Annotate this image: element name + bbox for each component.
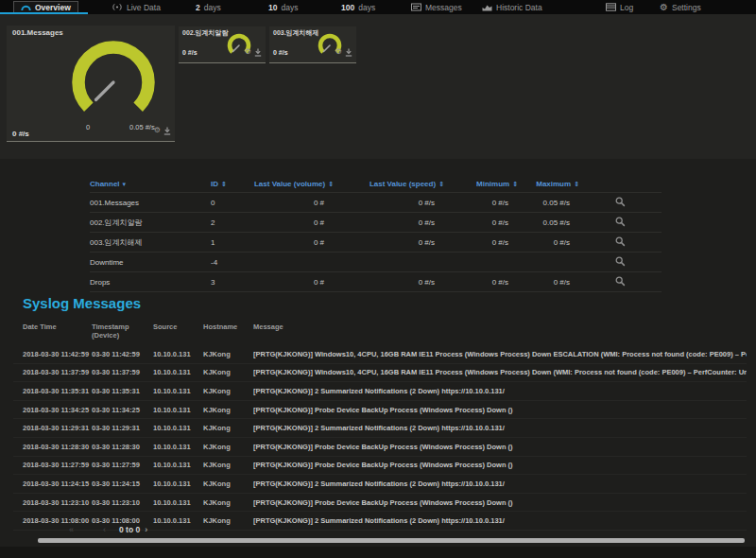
datetime-cell: 2018-03-30 11:27:59 [13,461,92,469]
broadcast-icon [112,3,123,11]
tab-100-days[interactable]: 100 days [341,0,375,14]
magnifier-icon[interactable] [615,197,626,209]
id-cell: 0 [211,199,239,207]
magnifier-icon[interactable] [615,256,626,269]
gauge-tile-messages: 001.Messages 0 0.05 #/s 0 #/s ⚙ [7,26,175,142]
hostname-cell: KJKong [203,406,253,414]
gauge-current-value: 0 #/s [182,49,198,56]
sort-desc-icon: ▾ [123,181,127,188]
source-cell: 10.10.0.131 [153,516,203,525]
message-cell: [PRTG(KJKONG)] Probe Device BackUp Proce… [253,443,747,451]
tab-label: Log [620,3,633,12]
tab-log[interactable]: Log [606,0,633,14]
column-header-maximum[interactable]: Maximum ⇕ [518,180,579,188]
column-header-source: Source [153,323,203,331]
column-label: Channel [90,180,120,188]
syslog-section-title: Syslog Messages [23,295,141,311]
gear-icon[interactable]: ⚙ [245,48,251,56]
last-value-volume-cell: 0 # [239,199,334,207]
hostname-cell: KJKong [203,516,253,525]
datetime-cell: 2018-03-30 11:24:15 [13,480,92,488]
datetime-cell: 2018-03-30 11:23:10 [13,498,92,507]
hostname-cell: KJKong [203,368,253,376]
tab-value: 2 [196,3,200,12]
column-header-channel[interactable]: Channel ▾ [90,180,211,188]
device-timestamp-cell: 03-30 11:37:59 [92,368,153,376]
hostname-cell: KJKong [203,350,253,358]
channel-table-row: Downtime -4 [90,253,662,272]
maximum-cell: 0.05 #/s [518,199,579,207]
last-value-volume-cell: 0 # [239,238,334,247]
gauge-scale-min: 0 [86,123,90,131]
log-icon [606,3,616,11]
message-cell: [PRTG(KJKONG)] Probe Device BackUp Proce… [253,406,747,414]
channel-cell: Drops [90,278,211,287]
last-value-volume-cell: 0 # [239,218,334,227]
channel-cell: 001.Messages [90,199,211,207]
source-cell: 10.10.0.131 [153,387,203,395]
id-cell: 3 [211,278,239,287]
minimum-cell: 0 #/s [444,278,518,287]
datetime-cell: 2018-03-30 11:29:31 [13,424,92,432]
magnifier-icon[interactable] [615,217,626,229]
syslog-row: 2018-03-30 11:23:10 03-30 11:23:10 10.10… [13,494,747,513]
details-panel: Channel ▾ ID ⇕ Last Value (volume) ⇕ Las… [0,159,756,547]
column-header-last-value-speed[interactable]: Last Value (speed) ⇕ [334,180,444,188]
device-timestamp-cell: 03-30 11:08:00 [92,516,153,525]
source-cell: 10.10.0.131 [153,424,203,432]
datetime-cell: 2018-03-30 11:34:25 [13,406,92,414]
tab-2-days[interactable]: 2 days [196,0,221,14]
column-label: Last Value (volume) [254,180,325,188]
column-label: Minimum [476,180,509,188]
datetime-cell: 2018-03-30 11:42:59 [13,350,92,358]
device-timestamp-cell: 03-30 11:28:30 [92,443,153,451]
id-cell: -4 [211,258,239,267]
source-cell: 10.10.0.131 [153,461,203,469]
minimum-cell: 0 #/s [444,199,518,207]
download-icon[interactable] [345,44,352,61]
pagination: « ‹ 0 to 0 › [69,525,147,534]
column-header-timestamp-device: Timestamp (Device) [92,323,153,340]
device-timestamp-cell: 03-30 11:34:25 [92,406,153,414]
gear-icon[interactable]: ⚙ [335,48,342,56]
magnifier-icon[interactable] [615,276,626,288]
device-timestamp-cell: 03-30 11:23:10 [92,498,153,507]
magnifier-icon[interactable] [615,236,626,249]
channel-cell: Downtime [90,258,211,267]
source-cell: 10.10.0.131 [153,443,203,451]
datetime-cell: 2018-03-30 11:35:31 [13,387,92,395]
tab-10-days[interactable]: 10 days [268,0,298,14]
tab-unit: days [204,3,221,12]
gauge-tile-threshold-alarm: 002.임계치알람 0 #/s ⚙ [179,26,266,63]
channel-table-row: 001.Messages 0 0 # 0 #/s 0 #/s 0.05 #/s [90,193,662,213]
download-icon[interactable] [254,44,262,61]
message-cell: [PRTG(KJKONG)] 2 Summarized Notification… [253,424,747,432]
download-icon[interactable] [163,122,171,139]
gear-icon[interactable]: ⚙ [154,127,161,134]
first-page-button[interactable]: « [69,525,75,534]
column-header-message: Message [253,323,747,331]
column-header-date-time: Date Time [13,323,92,331]
channel-table: Channel ▾ ID ⇕ Last Value (volume) ⇕ Las… [90,176,662,292]
message-cell: [PRTG(KJKONG)] 2 Summarized Notification… [253,516,747,525]
tab-value: 10 [268,3,277,12]
hostname-cell: KJKong [203,424,253,432]
message-cell: [PRTG(KJKONG)] Windows10, 4CPU, 16GB RAM… [253,350,747,358]
tab-messages[interactable]: Messages [411,0,462,14]
next-page-button[interactable]: › [145,525,147,534]
tab-live-data[interactable]: Live Data [112,0,161,14]
last-value-speed-cell: 0 #/s [334,278,444,287]
gauge-title: 002.임계치알람 [182,28,229,38]
column-header-last-value-volume[interactable]: Last Value (volume) ⇕ [239,180,334,188]
tab-settings[interactable]: ⚙ Settings [660,0,701,14]
message-cell: [PRTG(KJKONG)] Probe Device BackUp Proce… [253,498,747,507]
hostname-cell: KJKong [203,387,253,395]
tab-historic-data[interactable]: Historic Data [482,0,542,14]
previous-page-button[interactable]: ‹ [103,525,106,534]
source-cell: 10.10.0.131 [153,480,203,488]
column-header-minimum[interactable]: Minimum ⇕ [444,180,518,188]
column-header-id[interactable]: ID ⇕ [211,180,239,188]
hostname-cell: KJKong [203,498,253,507]
last-value-volume-cell: 0 # [239,278,334,287]
horizontal-scrollbar[interactable] [38,538,745,543]
